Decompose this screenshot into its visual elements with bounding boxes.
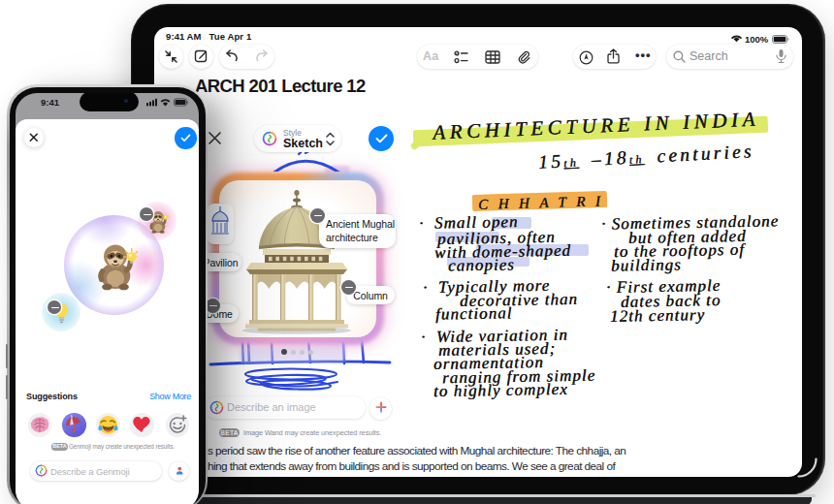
- svg-text:100%: 100%: [745, 34, 769, 45]
